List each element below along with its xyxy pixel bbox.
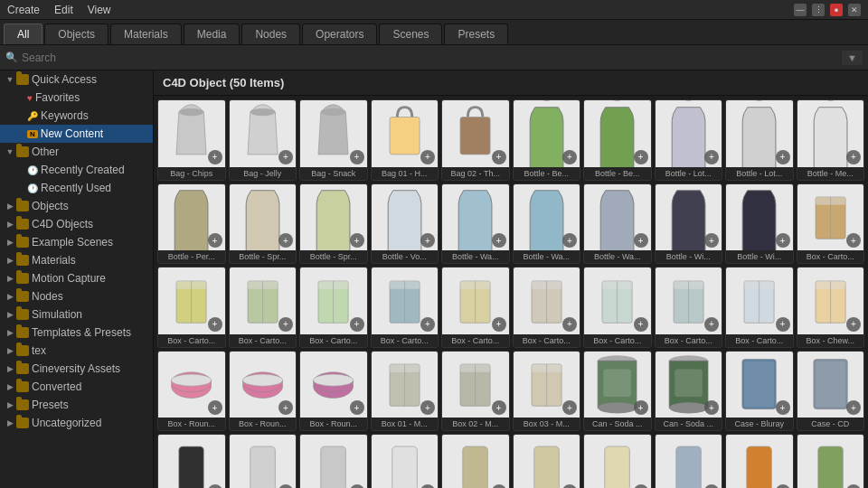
grid-item[interactable]: +Bottle - Spr... (299, 183, 368, 265)
grid-item[interactable]: +Box - Carto... (229, 267, 297, 348)
grid-item[interactable]: +Box 02 - M... (441, 351, 510, 432)
sidebar-item-c4d-objects[interactable]: ▶C4D Objects (0, 215, 153, 233)
tab-operators[interactable]: Operators (302, 23, 377, 44)
sidebar-item-nodes[interactable]: ▶Nodes (0, 287, 153, 305)
grid-item[interactable]: +Bottle - Lot... (655, 99, 723, 181)
add-to-scene-button[interactable]: + (208, 233, 222, 248)
grid-item[interactable]: +Can - Soda ... (655, 351, 723, 432)
add-to-scene-button[interactable]: + (492, 317, 506, 332)
search-dropdown-button[interactable]: ▼ (842, 51, 863, 65)
add-to-scene-button[interactable]: + (776, 150, 790, 164)
add-to-scene-button[interactable]: + (492, 233, 506, 248)
grid-item[interactable]: +Bag - Snack (299, 99, 368, 181)
add-to-scene-button[interactable]: + (776, 317, 790, 332)
grid-item[interactable]: +Bottle - Per... (157, 183, 226, 265)
grid-item[interactable]: +Item 45 (441, 434, 510, 488)
grid-item[interactable]: +Bag - Jelly (229, 99, 297, 181)
tab-presets[interactable]: Presets (444, 23, 508, 44)
add-to-scene-button[interactable]: + (634, 233, 648, 248)
sidebar-item-simulation[interactable]: ▶Simulation (0, 305, 153, 324)
sidebar-item-uncategorized[interactable]: ▶Uncategorized (0, 414, 153, 432)
grid-item[interactable]: +Item 42 (229, 434, 297, 488)
grid-item[interactable]: +Bottle - Wa... (441, 183, 510, 265)
add-to-scene-button[interactable]: + (704, 400, 719, 415)
grid-item[interactable]: +Bottle - Be... (583, 99, 652, 181)
add-to-scene-button[interactable]: + (420, 400, 435, 415)
grid-item[interactable]: +Bottle - Me... (797, 99, 865, 181)
sidebar-item-presets[interactable]: ▶Presets (0, 396, 153, 414)
search-input[interactable] (22, 52, 838, 64)
sidebar-item-recently-used[interactable]: 🕐Recently Used (0, 179, 153, 197)
add-to-scene-button[interactable]: + (704, 233, 719, 248)
add-to-scene-button[interactable]: + (208, 150, 222, 164)
add-to-scene-button[interactable]: + (420, 150, 435, 164)
grid-item[interactable]: +Item 43 (299, 434, 368, 488)
grid-item[interactable]: +Bag 01 - H... (371, 99, 439, 181)
grid-item[interactable]: +Box - Carto... (441, 267, 510, 348)
grid-item[interactable]: +Item 49 (725, 434, 794, 488)
grid-item[interactable]: +Box - Carto... (157, 267, 226, 348)
add-to-scene-button[interactable]: + (562, 400, 577, 415)
add-to-scene-button[interactable]: + (492, 150, 506, 164)
add-to-scene-button[interactable]: + (350, 233, 364, 248)
sidebar-item-cineversity-assets[interactable]: ▶Cineversity Assets (0, 360, 153, 378)
grid-item[interactable]: +Box 03 - M... (513, 351, 581, 432)
add-to-scene-button[interactable]: + (846, 233, 861, 248)
add-to-scene-button[interactable]: + (776, 233, 790, 248)
menu-create[interactable]: Create (7, 4, 40, 16)
add-to-scene-button[interactable]: + (208, 400, 222, 415)
sidebar-item-keywords[interactable]: 🔑Keywords (0, 107, 153, 125)
add-to-scene-button[interactable]: + (562, 233, 577, 248)
grid-container[interactable]: +Bag - Chips +Bag - Jelly +Bag - Snack +… (154, 96, 868, 488)
sidebar-item-recently-created[interactable]: 🕐Recently Created (0, 161, 153, 179)
grid-item[interactable]: +Item 44 (371, 434, 439, 488)
grid-item[interactable]: +Case - Bluray (725, 351, 794, 432)
sidebar-item-converted[interactable]: ▶Converted (0, 378, 153, 396)
sidebar-item-new-content[interactable]: NNew Content (0, 125, 153, 143)
grid-item[interactable]: +Bottle - Be... (513, 99, 581, 181)
tab-materials[interactable]: Materials (110, 23, 182, 44)
add-to-scene-button[interactable]: + (562, 150, 577, 164)
add-to-scene-button[interactable]: + (350, 150, 364, 164)
add-to-scene-button[interactable]: + (846, 150, 861, 164)
grid-item[interactable]: +Box - Roun... (157, 351, 226, 432)
tab-all[interactable]: All (4, 23, 42, 44)
grid-item[interactable]: +Item 48 (655, 434, 723, 488)
grid-item[interactable]: +Bottle - Spr... (229, 183, 297, 265)
tab-media[interactable]: Media (184, 23, 241, 44)
add-to-scene-button[interactable]: + (350, 400, 364, 415)
grid-item[interactable]: +Box - Carto... (725, 267, 794, 348)
menu-view[interactable]: View (88, 4, 111, 16)
add-to-scene-button[interactable]: + (350, 317, 364, 332)
sidebar-item-materials[interactable]: ▶Materials (0, 251, 153, 269)
tab-objects[interactable]: Objects (44, 23, 108, 44)
add-to-scene-button[interactable]: + (704, 317, 719, 332)
grid-item[interactable]: +Bag - Chips (157, 99, 226, 181)
grid-item[interactable]: +Item 46 (513, 434, 581, 488)
grid-item[interactable]: +Box - Chew... (797, 267, 865, 348)
tab-nodes[interactable]: Nodes (241, 23, 300, 44)
grid-item[interactable]: +Box - Carto... (371, 267, 439, 348)
add-to-scene-button[interactable]: + (278, 150, 293, 164)
tab-scenes[interactable]: Scenes (379, 23, 442, 44)
sidebar-item-templates-presets[interactable]: ▶Templates & Presets (0, 324, 153, 342)
grid-item[interactable]: +Box - Roun... (299, 351, 368, 432)
sidebar-item-motion-capture[interactable]: ▶Motion Capture (0, 269, 153, 287)
grid-item[interactable]: +Box - Carto... (797, 183, 865, 265)
grid-item[interactable]: +Bottle - Lot... (725, 99, 794, 181)
grid-item[interactable]: +Bag 02 - Th... (441, 99, 510, 181)
add-to-scene-button[interactable]: + (420, 233, 435, 248)
grid-item[interactable]: +Case - CD (797, 351, 865, 432)
grid-item[interactable]: +Item 47 (583, 434, 652, 488)
sidebar-item-quick-access[interactable]: ▼Quick Access (0, 70, 153, 89)
grid-item[interactable]: +Item 50 (797, 434, 865, 488)
window-record-icon[interactable]: ● (830, 4, 843, 16)
grid-item[interactable]: +Bottle - Wa... (583, 183, 652, 265)
add-to-scene-button[interactable]: + (208, 317, 222, 332)
add-to-scene-button[interactable]: + (562, 317, 577, 332)
window-close-icon[interactable]: ✕ (848, 4, 861, 16)
add-to-scene-button[interactable]: + (634, 317, 648, 332)
grid-item[interactable]: +Box 01 - M... (371, 351, 439, 432)
add-to-scene-button[interactable]: + (704, 150, 719, 164)
sidebar-item-objects[interactable]: ▶Objects (0, 197, 153, 215)
